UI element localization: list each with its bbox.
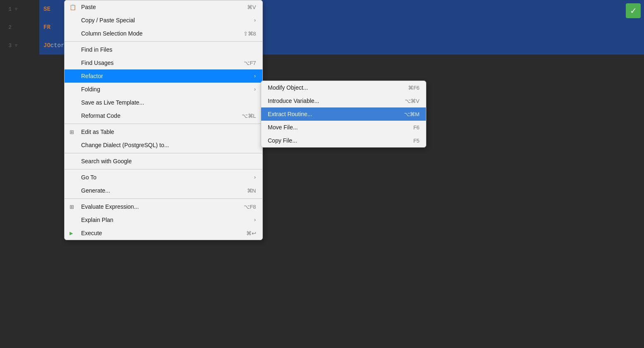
submenu-item-copy-file[interactable]: Copy File... F5 <box>261 134 426 147</box>
menu-item-explain-plan[interactable]: Explain Plan › <box>65 213 262 226</box>
arrow-icon-folding: › <box>254 86 256 92</box>
menu-item-find-usages[interactable]: Find Usages ⌥F7 <box>65 56 262 69</box>
separator-1 <box>65 41 262 42</box>
submenu-item-introduce-variable[interactable]: Introduce Variable... ⌥⌘V <box>261 94 426 107</box>
arrow-icon-copy-paste: › <box>254 17 256 23</box>
fold-icon-3: ▽ <box>15 43 17 48</box>
separator-3 <box>65 153 262 153</box>
line-number-2: 2 <box>3 24 12 31</box>
context-menu: 📋 Paste ⌘V Copy / Paste Special › Column… <box>64 0 263 240</box>
submenu-item-modify-object[interactable]: Modify Object... ⌘F6 <box>261 81 426 94</box>
checkmark-button[interactable]: ✓ <box>626 3 641 18</box>
menu-item-refactor[interactable]: Refactor › <box>65 69 262 83</box>
arrow-icon-go-to: › <box>254 174 256 180</box>
menu-item-save-live-template[interactable]: Save as Live Template... <box>65 96 262 109</box>
table-icon-edit: ⊞ <box>70 129 74 135</box>
line-row-2: 2 <box>0 18 39 36</box>
menu-item-paste[interactable]: 📋 Paste ⌘V <box>65 0 262 14</box>
table-icon-evaluate: ⊞ <box>70 204 74 210</box>
separator-4 <box>65 169 262 169</box>
code-token-from: FR <box>43 24 50 31</box>
line-row-1: 1 ▽ <box>0 0 39 18</box>
menu-item-copy-paste-special[interactable]: Copy / Paste Special › <box>65 14 262 27</box>
menu-item-search-google[interactable]: Search with Google <box>65 155 262 168</box>
arrow-icon-refactor: › <box>254 73 256 79</box>
menu-item-execute[interactable]: ▶ Execute ⌘↩ <box>65 226 262 240</box>
menu-item-evaluate-expression[interactable]: ⊞ Evaluate Expression... ⌥F8 <box>65 200 262 213</box>
code-token-select: SE <box>43 6 50 12</box>
menu-item-reformat-code[interactable]: Reformat Code ⌥⌘L <box>65 109 262 122</box>
arrow-icon-explain: › <box>254 217 256 223</box>
menu-item-go-to[interactable]: Go To › <box>65 171 262 184</box>
separator-5 <box>65 198 262 199</box>
code-token-join: JO <box>43 42 50 49</box>
paste-icon: 📋 <box>70 4 76 10</box>
fold-icon-1: ▽ <box>15 7 17 12</box>
line-number-1: 1 <box>3 6 12 12</box>
submenu-item-extract-routine[interactable]: Extract Routine... ⌥⌘M <box>261 107 426 121</box>
menu-item-folding[interactable]: Folding › <box>65 83 262 96</box>
submenu-item-move-file[interactable]: Move File... F6 <box>261 121 426 134</box>
menu-item-find-in-files[interactable]: Find in Files <box>65 43 262 56</box>
separator-2 <box>65 124 262 124</box>
menu-item-generate[interactable]: Generate... ⌘N <box>65 184 262 197</box>
line-numbers: 1 ▽ 2 3 ▽ <box>0 0 39 348</box>
menu-item-change-dialect[interactable]: Change Dialect (PostgreSQL) to... <box>65 138 262 152</box>
line-number-3: 3 <box>3 43 12 49</box>
submenu-refactor: Modify Object... ⌘F6 Introduce Variable.… <box>261 81 426 148</box>
line-row-3: 3 ▽ <box>0 36 39 55</box>
menu-item-column-selection[interactable]: Column Selection Mode ⇧⌘8 <box>65 27 262 40</box>
menu-item-edit-as-table[interactable]: ⊞ Edit as Table <box>65 125 262 138</box>
execute-icon: ▶ <box>70 231 73 236</box>
